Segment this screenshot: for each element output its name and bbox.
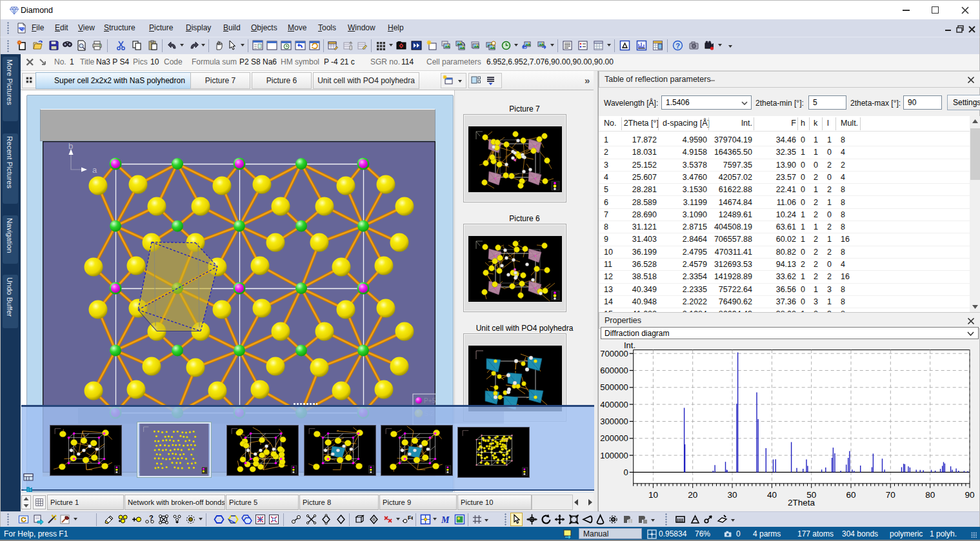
svg-text:90: 90 <box>965 490 974 500</box>
svg-text:30: 30 <box>727 490 737 500</box>
svg-text:500000: 500000 <box>600 382 628 392</box>
svg-text:20: 20 <box>688 490 697 500</box>
svg-text:0: 0 <box>623 467 628 477</box>
svg-text:80: 80 <box>925 490 935 500</box>
svg-text:40: 40 <box>767 490 777 500</box>
svg-text:P+5: P+5 <box>424 397 435 404</box>
svg-text:600000: 600000 <box>600 366 628 375</box>
svg-text:b: b <box>68 141 73 151</box>
svg-text:M: M <box>441 515 450 525</box>
svg-text:Fe: Fe <box>408 515 413 521</box>
svg-text:70: 70 <box>886 490 895 500</box>
svg-text:?: ? <box>675 42 680 50</box>
svg-text:a: a <box>92 165 97 175</box>
svg-text:10: 10 <box>648 490 658 500</box>
svg-text:200000: 200000 <box>600 433 628 443</box>
svg-text:100000: 100000 <box>600 451 628 460</box>
svg-text:300000: 300000 <box>600 417 628 426</box>
svg-text:Int.: Int. <box>624 340 635 350</box>
svg-text:2Theta: 2Theta <box>788 498 815 507</box>
svg-text:400000: 400000 <box>600 400 628 409</box>
svg-text:?: ? <box>149 514 154 522</box>
svg-text:60: 60 <box>846 490 855 500</box>
